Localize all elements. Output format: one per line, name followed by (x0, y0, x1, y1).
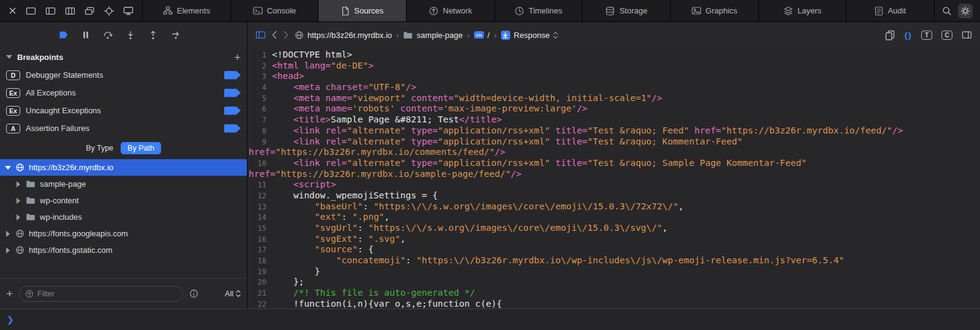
tree-item-origin[interactable]: https://b3z26r.myrdbx.io (0, 159, 247, 176)
code-coverage-button[interactable]: C (941, 31, 952, 40)
breakpoint-enabled-flag[interactable] (224, 107, 241, 115)
content-toolbar: https://b3z26r.myrdbx.io › sample-page ›… (247, 22, 980, 48)
chevron-up-down-icon (236, 290, 241, 298)
search-icon[interactable] (942, 6, 952, 16)
disclosure-right-icon[interactable] (5, 247, 11, 253)
tree-item-origin[interactable]: https://fonts.googleapis.com (0, 225, 247, 242)
add-breakpoint-button[interactable]: + (234, 51, 241, 63)
layout-cascade-icon[interactable] (85, 7, 95, 15)
folder-icon (26, 180, 36, 188)
disclosure-right-icon[interactable] (15, 198, 21, 204)
tree-item-folder[interactable]: wp-content (0, 192, 247, 209)
breadcrumb-path[interactable]: / (488, 31, 490, 40)
line-number[interactable]: 8 (247, 126, 272, 137)
line-number[interactable]: 10 (247, 159, 272, 170)
tab-timelines[interactable]: Timelines (494, 0, 582, 21)
disclosure-right-icon[interactable] (5, 231, 11, 237)
line-number[interactable]: 21 (247, 288, 272, 299)
step-into-icon[interactable] (126, 31, 135, 40)
source-code-editor[interactable]: 1<!DOCTYPE html>2<html lang="de-DE">3<he… (247, 48, 980, 309)
disclosure-right-icon[interactable] (15, 214, 21, 220)
line-number[interactable]: 19 (247, 267, 272, 278)
inspect-target-icon[interactable] (104, 6, 114, 16)
quick-console[interactable]: ❯ (0, 309, 980, 330)
folder-icon (403, 31, 413, 39)
line-number[interactable]: 9 (247, 137, 272, 148)
line-number[interactable]: 7 (247, 115, 272, 126)
breadcrumb-origin[interactable]: https://b3z26r.myrdbx.io (307, 31, 392, 40)
line-number[interactable]: 14 (247, 212, 272, 223)
line-number[interactable]: 1 (247, 50, 272, 61)
line-number[interactable]: 11 (247, 180, 272, 191)
tab-graphics[interactable]: Graphics (670, 0, 758, 21)
tab-audit[interactable]: Audit (846, 0, 934, 21)
chevron-up-down-icon[interactable] (553, 31, 558, 39)
pretty-print-button[interactable]: {} (904, 31, 912, 40)
step-out-icon[interactable] (148, 31, 158, 40)
filter-field[interactable] (19, 286, 183, 302)
breakpoint-enabled-flag[interactable] (224, 71, 241, 80)
tab-layers[interactable]: Layers (758, 0, 846, 21)
tab-elements[interactable]: Elements (142, 0, 230, 21)
breakpoint-enabled-flag[interactable] (224, 89, 241, 97)
tree-item-label: wp-content (40, 196, 79, 205)
breakpoint-item-uncaught-exceptions[interactable]: Ex Uncaught Exceptions (0, 102, 247, 119)
tree-item-origin[interactable]: https://fonts.gstatic.com (0, 242, 247, 258)
copy-icon[interactable] (885, 30, 895, 40)
line-number[interactable]: 20 (247, 277, 272, 288)
info-icon[interactable] (189, 289, 198, 298)
line-number[interactable]: 2 (247, 61, 272, 72)
breadcrumb-separator: › (396, 31, 399, 40)
disclosure-down-icon[interactable] (6, 55, 12, 59)
line-number[interactable]: 13 (247, 202, 272, 213)
group-by-type-button[interactable]: By Type (86, 144, 113, 152)
breakpoints-flag-icon[interactable] (59, 31, 69, 39)
line-number[interactable]: 17 (247, 245, 272, 256)
layout-single-icon[interactable] (26, 7, 36, 15)
add-resource-button[interactable]: + (6, 288, 13, 299)
line-number[interactable]: 5 (247, 94, 272, 105)
tab-network[interactable]: Network (406, 0, 494, 21)
device-icon[interactable] (123, 6, 134, 15)
breakpoint-item-debugger-statements[interactable]: D Debugger Statements (0, 66, 247, 84)
toggle-left-sidebar-icon[interactable] (255, 31, 266, 39)
back-button[interactable] (271, 30, 277, 40)
panel-tabs: Elements Console Sources Network (142, 0, 934, 21)
breadcrumb-resource[interactable]: Response (514, 31, 550, 40)
breakpoint-item-all-exceptions[interactable]: Ex All Exceptions (0, 84, 247, 102)
step-over-icon[interactable] (103, 31, 113, 40)
code-line: href="https://b3z26r.myrdbx.io/sample-pa… (247, 169, 980, 180)
tab-storage[interactable]: Storage (582, 0, 670, 21)
layout-columns-icon[interactable] (65, 7, 75, 15)
tab-sources[interactable]: Sources (318, 0, 406, 21)
layout-split-icon[interactable] (45, 7, 56, 15)
line-number[interactable]: 3 (247, 72, 272, 83)
scope-selector[interactable]: All (225, 290, 241, 298)
line-number[interactable]: 15 (247, 223, 272, 234)
line-number[interactable]: 12 (247, 191, 272, 202)
breadcrumb: https://b3z26r.myrdbx.io › sample-page ›… (295, 31, 558, 40)
disclosure-right-icon[interactable] (15, 181, 21, 187)
line-number[interactable]: 6 (247, 104, 272, 115)
pause-icon[interactable] (81, 31, 90, 39)
type-profiler-button[interactable]: T (921, 31, 932, 40)
breakpoint-enabled-flag[interactable] (224, 124, 241, 133)
close-icon[interactable] (9, 7, 17, 15)
disclosure-down-icon[interactable] (5, 166, 11, 170)
tab-console[interactable]: Console (230, 0, 318, 21)
line-number[interactable]: 22 (247, 299, 272, 309)
forward-button[interactable] (283, 30, 289, 40)
tree-item-folder[interactable]: sample-page (0, 176, 247, 192)
settings-button[interactable] (958, 4, 973, 18)
step-next-icon[interactable] (171, 31, 181, 40)
toggle-right-sidebar-icon[interactable] (962, 31, 972, 39)
breadcrumb-folder[interactable]: sample-page (417, 31, 462, 40)
group-by-path-button[interactable]: By Path (121, 142, 161, 154)
tree-item-folder[interactable]: wp-includes (0, 209, 247, 225)
filter-input[interactable] (37, 290, 177, 298)
line-number[interactable]: 4 (247, 83, 272, 94)
folder-icon (26, 197, 36, 204)
line-number[interactable]: 18 (247, 256, 272, 267)
line-number[interactable]: 16 (247, 234, 272, 246)
breakpoint-item-assertion-failures[interactable]: A Assertion Failures (0, 119, 247, 137)
